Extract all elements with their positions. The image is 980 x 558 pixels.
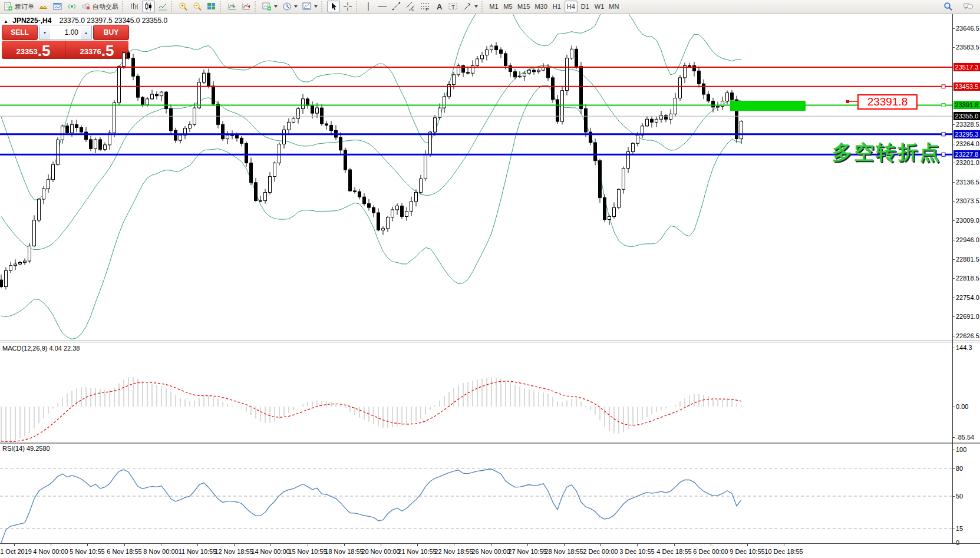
tf-d1-button[interactable]: D1 — [579, 1, 592, 12]
tf-w1-button[interactable]: W1 — [593, 1, 606, 12]
macd-histogram — [1, 377, 741, 442]
templates-dropdown-arrow[interactable] — [314, 5, 318, 8]
draw-label-button[interactable]: T — [447, 1, 460, 12]
draw-text-button[interactable]: A — [433, 1, 446, 12]
rsi-tick: 15 — [956, 525, 963, 532]
macd-pane[interactable] — [0, 343, 952, 442]
tf-m15-button[interactable]: M15 — [516, 1, 532, 12]
new-chart-button[interactable] — [37, 1, 50, 12]
toolbar-separator — [255, 1, 259, 12]
draw-shapes-dropdown-arrow[interactable] — [474, 5, 478, 8]
draw-fibo-button[interactable]: F — [418, 1, 431, 12]
highlight-rectangle[interactable] — [730, 101, 806, 111]
profiles-icon — [53, 2, 62, 11]
price-tick: 23328.5 — [956, 121, 979, 128]
pane-splitter-macd[interactable] — [0, 341, 980, 341]
chart-line-button[interactable] — [156, 1, 169, 12]
templates-button[interactable] — [301, 1, 319, 12]
tf-d1-label: D1 — [581, 3, 589, 10]
tf-mn-label: MN — [609, 3, 619, 10]
mt4-window: 新订单自动交易EFATM1M5M15M30H1H4D1W1MN ▲ JPN225… — [0, 0, 980, 558]
auto-trading-label: 自动交易 — [93, 2, 118, 11]
hline-handle-23453.5[interactable] — [942, 85, 945, 88]
tf-mn-button[interactable]: MN — [607, 1, 621, 12]
price-label-23453.5: 23453.5 — [953, 82, 980, 91]
main-chart-svg[interactable] — [0, 14, 952, 341]
price-label-23517.3: 23517.3 — [953, 63, 980, 71]
periods-dropdown-arrow[interactable] — [294, 5, 298, 8]
zoom-out-button[interactable] — [191, 1, 204, 12]
price-tick: 23009.0 — [956, 217, 979, 224]
price-callout[interactable]: 23391.8 — [857, 94, 918, 110]
indicators-button[interactable] — [260, 1, 279, 12]
chart-line-icon — [158, 2, 167, 11]
price-tick: 22818.5 — [956, 275, 979, 282]
profiles-button[interactable] — [51, 1, 64, 12]
price-label-23295.3: 23295.3 — [953, 130, 980, 138]
rsi-tick: 80 — [956, 465, 963, 472]
crosshair-button[interactable] — [341, 1, 354, 12]
signals-icon — [67, 2, 77, 11]
macd-tick: -85.54 — [956, 434, 974, 441]
community-button[interactable] — [962, 1, 975, 12]
tf-m5-button[interactable]: M5 — [501, 1, 514, 12]
chart-bars-button[interactable] — [128, 1, 141, 12]
tf-h1-button[interactable]: H1 — [550, 1, 563, 12]
auto-trading-button[interactable]: 自动交易 — [80, 1, 120, 12]
auto-trading-icon — [81, 2, 91, 11]
main-chart-pane[interactable] — [0, 14, 952, 341]
indicators-dropdown-arrow[interactable] — [274, 5, 278, 8]
tf-m1-button[interactable]: M1 — [487, 1, 500, 12]
draw-shapes-button[interactable] — [461, 1, 480, 12]
tf-m30-button[interactable]: M30 — [533, 1, 549, 12]
tile-windows-button[interactable] — [205, 1, 218, 12]
new-order-icon — [4, 2, 13, 11]
macd-svg — [0, 343, 952, 442]
rsi-pane[interactable] — [0, 444, 952, 543]
price-tick: 23264.0 — [956, 140, 979, 147]
hline-handle-23391.8[interactable] — [942, 103, 945, 107]
draw-trendline-button[interactable] — [390, 1, 403, 12]
chart-window[interactable]: ▲ JPN225-,H4 23375.0 23397.5 23345.0 233… — [0, 14, 980, 558]
chart-candles-button[interactable] — [142, 1, 155, 12]
draw-channel-button[interactable]: E — [404, 1, 417, 12]
draw-hline-icon — [378, 2, 387, 11]
zoom-out-icon — [193, 2, 202, 11]
new-order-button[interactable]: 新订单 — [2, 1, 36, 12]
cursor-button[interactable] — [327, 1, 340, 12]
draw-hline-button[interactable] — [376, 1, 389, 12]
search-button[interactable] — [942, 1, 955, 12]
periods-button[interactable] — [281, 1, 299, 12]
pane-splitter-rsi[interactable] — [0, 442, 980, 443]
annotation-text[interactable]: 多空转折点 — [832, 139, 941, 166]
draw-vline-button[interactable] — [362, 1, 375, 12]
price-tick: 22881.5 — [956, 256, 979, 263]
macd-indicator-label: MACD(12,26,9) 4.04 22.38 — [2, 345, 80, 352]
toolbar-separator — [171, 1, 175, 12]
rsi-tick: 0 — [956, 539, 959, 546]
hline-handle-23295.3[interactable] — [942, 133, 945, 136]
zoom-in-icon — [179, 2, 188, 11]
templates-icon — [302, 2, 312, 11]
auto-scroll-button[interactable] — [226, 1, 239, 12]
price-tick: 23136.5 — [956, 179, 979, 186]
tf-h1-label: H1 — [553, 3, 561, 10]
crosshair-icon — [343, 2, 352, 11]
signals-button[interactable] — [65, 1, 78, 12]
tf-h4-button[interactable]: H4 — [565, 1, 578, 12]
svg-text:A: A — [437, 2, 443, 11]
callout-connector — [849, 101, 857, 102]
price-label-23227.8: 23227.8 — [953, 150, 980, 159]
candles — [0, 42, 743, 289]
tf-m15-label: M15 — [517, 3, 530, 10]
hline-handle-23227.8[interactable] — [942, 153, 945, 156]
zoom-in-button[interactable] — [177, 1, 190, 12]
price-label-23355.0: 23355.0 — [953, 112, 980, 120]
chart-shift-button[interactable] — [240, 1, 253, 12]
price-tick: 22691.0 — [956, 313, 979, 320]
price-tick: 23583.5 — [956, 44, 979, 51]
chart-candles-icon — [144, 2, 153, 11]
callout-anchor — [846, 100, 849, 103]
svg-text:F: F — [426, 8, 428, 12]
auto-scroll-icon — [227, 2, 237, 11]
